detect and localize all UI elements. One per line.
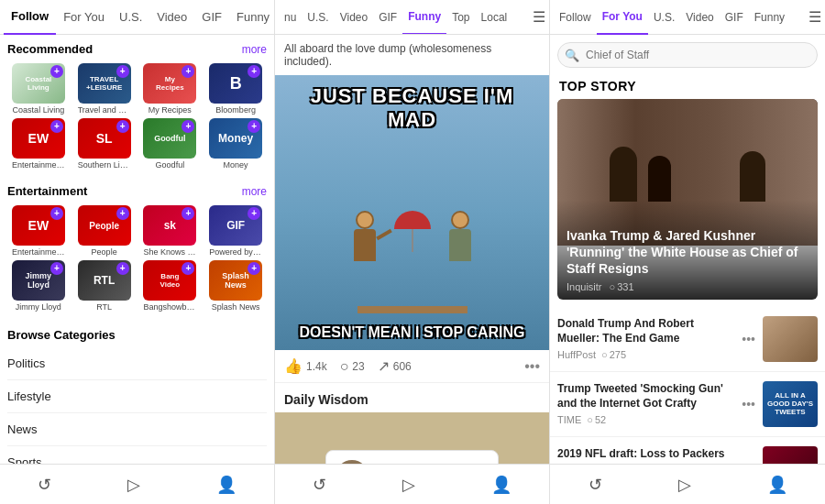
- search-input[interactable]: [557, 42, 818, 68]
- left-nav-follow[interactable]: Follow: [4, 0, 56, 35]
- mid-nav-local[interactable]: Local: [476, 0, 513, 35]
- browse-politics[interactable]: Politics: [7, 347, 267, 380]
- search-bar: 🔍: [550, 35, 825, 75]
- mid-nav: nu U.S. Video GIF Funny Top Local ☰: [275, 0, 549, 35]
- news-text-2: Trump Tweeted 'Smocking Gun' and the Int…: [557, 382, 734, 425]
- right-nav-follow[interactable]: Follow: [554, 0, 597, 35]
- entertainment-title: Entertainment: [7, 184, 242, 198]
- right-nav-gif[interactable]: GIF: [720, 0, 749, 35]
- share-icon: ↗: [378, 357, 390, 375]
- news-item-trump-mueller[interactable]: Donald Trump And Robert Mueller: The End…: [550, 307, 825, 372]
- channel-plus-icon: +: [182, 120, 194, 133]
- recommended-more[interactable]: more: [242, 43, 267, 56]
- left-nav-funny[interactable]: Funny: [229, 0, 275, 35]
- channel-bang-name: Bangshowbiz Video: [143, 302, 196, 312]
- browse-lifestyle[interactable]: Lifestyle: [7, 380, 267, 413]
- left-nav-gif[interactable]: GIF: [194, 0, 229, 35]
- news-meta-1: HuffPost ○ 275: [557, 349, 734, 360]
- channel-travel-name: Travel and Leisure: [78, 105, 131, 115]
- channel-travel[interactable]: TRAVEL+LEISURE + Travel and Leisure: [73, 63, 136, 115]
- channel-ew2[interactable]: EW + Entertainment Weekly: [7, 205, 70, 257]
- browse-section: Browse Categories Politics Lifestyle New…: [0, 319, 274, 464]
- channel-myrecipes-name: My Recipes: [148, 105, 192, 115]
- browse-sports[interactable]: Sports: [7, 446, 267, 464]
- mid-nav-gif[interactable]: GIF: [373, 0, 402, 35]
- right-panel: Follow For You U.S. Video GIF Funny ☰ 🔍 …: [550, 0, 825, 504]
- post1-more-button[interactable]: •••: [524, 358, 540, 375]
- channel-rtl[interactable]: RTL + RTL: [73, 260, 136, 312]
- channel-gif[interactable]: GIF + Powered by Gfycat: [204, 205, 267, 257]
- comment-count: 23: [352, 360, 364, 373]
- channel-splash[interactable]: SplashNews + Splash News: [204, 260, 267, 312]
- left-play-button[interactable]: ▷: [127, 475, 140, 495]
- news-item-falcons[interactable]: 2019 NFL draft: Loss to Packers puts Fal…: [550, 437, 825, 464]
- channel-plus-icon: +: [116, 120, 129, 133]
- channel-bloomberg[interactable]: B + Bloomberg: [204, 63, 267, 115]
- right-nav-menu-icon[interactable]: ☰: [808, 8, 821, 26]
- news-more-2[interactable]: •••: [742, 397, 755, 411]
- channel-ske[interactable]: sk + She Knows Entertainment: [139, 205, 202, 257]
- channel-rtl-name: RTL: [96, 302, 112, 312]
- like-button[interactable]: 👍 1.4k: [284, 357, 327, 375]
- channel-ske-logo: sk +: [143, 205, 196, 246]
- channel-goodful-name: Goodful: [156, 160, 185, 170]
- post1-tagline: All aboard the love dump (wholesomeness …: [275, 35, 549, 75]
- search-icon: 🔍: [565, 49, 579, 62]
- left-nav-video[interactable]: Video: [149, 0, 194, 35]
- right-nav: Follow For You U.S. Video GIF Funny ☰: [550, 0, 825, 35]
- entertainment-more[interactable]: more: [242, 185, 267, 198]
- figure1-body: [354, 229, 376, 261]
- news-thumb-1: [763, 316, 818, 362]
- channel-sl-name: Southern Living: [78, 160, 131, 170]
- mid-profile-button[interactable]: 👤: [491, 475, 512, 495]
- news-title-3: 2019 NFL draft: Loss to Packers puts Fal…: [557, 447, 734, 464]
- mid-nav-nu[interactable]: nu: [279, 0, 302, 35]
- comment-button[interactable]: ○ 23: [340, 358, 365, 375]
- entertainment-section-header: Entertainment more: [0, 177, 274, 202]
- right-nav-for-you[interactable]: For You: [597, 0, 648, 35]
- channel-plus-icon: +: [50, 207, 63, 220]
- channel-jimmy[interactable]: JimmyLloyd + Jimmy Lloyd: [7, 260, 70, 312]
- channel-sl[interactable]: SL + Southern Living: [73, 118, 136, 170]
- channel-myrecipes[interactable]: MyRecipes + My Recipes: [139, 63, 202, 115]
- mid-nav-us[interactable]: U.S.: [302, 0, 334, 35]
- channel-money[interactable]: Money + Money: [204, 118, 267, 170]
- left-profile-button[interactable]: 👤: [216, 475, 236, 495]
- left-home-button[interactable]: ↺: [38, 475, 51, 495]
- channel-splash-logo: SplashNews +: [209, 260, 262, 301]
- mid-home-button[interactable]: ↺: [313, 475, 326, 495]
- news-item-smocking[interactable]: Trump Tweeted 'Smocking Gun' and the Int…: [550, 372, 825, 437]
- colbert-thumbnail: ALL IN A GOOD DAY'S TWEETS: [763, 381, 818, 427]
- mid-nav-funny[interactable]: Funny: [402, 0, 446, 35]
- news-thumb-2: ALL IN A GOOD DAY'S TWEETS: [763, 381, 818, 427]
- mid-panel: nu U.S. Video GIF Funny Top Local ☰ All …: [275, 0, 550, 504]
- channel-plus-icon: +: [182, 65, 194, 78]
- channel-bang[interactable]: BangVideo + Bangshowbiz Video: [139, 260, 202, 312]
- news-comments-2: ○ 52: [587, 414, 606, 425]
- featured-story[interactable]: Ivanka Trump & Jared Kushner 'Running' t…: [557, 99, 818, 300]
- right-nav-video[interactable]: Video: [680, 0, 719, 35]
- channel-people[interactable]: People + People: [73, 205, 136, 257]
- mid-nav-menu-icon[interactable]: ☰: [533, 8, 545, 26]
- right-home-button[interactable]: ↺: [588, 475, 602, 495]
- left-nav-us[interactable]: U.S.: [112, 0, 149, 35]
- browse-news[interactable]: News: [7, 413, 267, 446]
- news-more-1[interactable]: •••: [742, 332, 755, 346]
- share-button[interactable]: ↗ 606: [378, 357, 412, 375]
- left-nav-for-you[interactable]: For You: [56, 0, 112, 35]
- umbrella-top: [394, 211, 431, 229]
- channel-goodful[interactable]: Goodful + Goodful: [139, 118, 202, 170]
- mid-play-button[interactable]: ▷: [402, 475, 415, 495]
- mid-nav-top[interactable]: Top: [446, 0, 475, 35]
- right-profile-button[interactable]: 👤: [767, 475, 787, 495]
- right-nav-us[interactable]: U.S.: [648, 0, 680, 35]
- mid-nav-video[interactable]: Video: [335, 0, 373, 35]
- right-nav-funny[interactable]: Funny: [749, 0, 790, 35]
- channel-ew2-name: Entertainment Weekly: [12, 247, 65, 257]
- right-play-button[interactable]: ▷: [678, 475, 691, 495]
- channel-plus-icon: +: [116, 262, 129, 275]
- featured-comment-count: 331: [617, 281, 633, 292]
- channel-ew[interactable]: EW + Entertainment Weekly: [7, 118, 70, 170]
- channel-people-logo: People +: [78, 205, 131, 246]
- channel-coastal[interactable]: CoastalLiving + Coastal Living: [7, 63, 70, 115]
